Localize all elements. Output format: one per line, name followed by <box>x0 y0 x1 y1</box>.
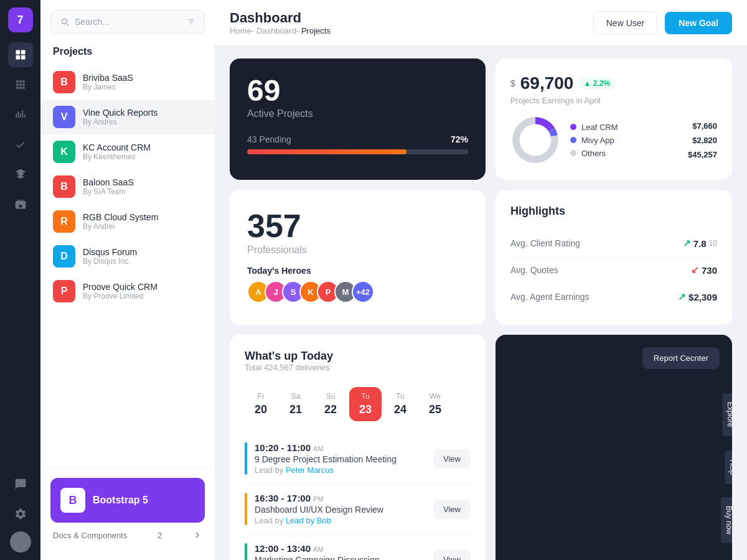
project-by-baloon: By SIA Team <box>83 187 202 196</box>
highlight-label: Avg. Client Rating <box>510 238 580 248</box>
nav-grid[interactable] <box>8 72 33 97</box>
project-item-disqus[interactable]: D Disqus Forum By Disqus Inc. <box>40 239 215 274</box>
icon-bar-bottom <box>8 472 33 553</box>
new-user-button[interactable]: New User <box>593 11 657 35</box>
earnings-card: $ 69,700 ▲ 2.2% Projects Earnings in Apr… <box>496 58 732 180</box>
event-time: 12:00 - 13:40 AM <box>255 543 426 554</box>
new-goal-button[interactable]: New Goal <box>665 12 732 34</box>
current-user-avatar[interactable] <box>10 531 31 553</box>
calendar-day[interactable]: Su22 <box>314 387 347 421</box>
event-lead-link[interactable]: Peter Marcus <box>286 465 334 475</box>
highlight-value: ↗ $2,309 <box>678 291 717 302</box>
nav-chart[interactable] <box>8 102 33 127</box>
highlights-title: Highlights <box>510 205 717 218</box>
project-name-baloon: Baloon SaaS <box>83 177 202 187</box>
project-by-briviba: By James <box>83 83 202 91</box>
earnings-chart-row: Leaf CRMMivy AppOthers $7,660$2,820$45,2… <box>510 115 717 165</box>
event-time: 10:20 - 11:00 AM <box>255 442 426 453</box>
sidebar-bottom: B Bootstrap 5 Docs & Components 2 <box>40 467 215 550</box>
legend-dot <box>570 124 576 130</box>
legend-label: Leaf CRM <box>581 123 618 132</box>
calendar-day[interactable]: We25 <box>419 387 451 421</box>
event-lead-link[interactable]: Lead by Bob <box>286 516 331 525</box>
day-number: 25 <box>429 403 441 416</box>
project-item-kc[interactable]: K KC Account CRM By Keenthemes <box>40 134 215 169</box>
event-time: 16:30 - 17:00 PM <box>255 493 426 503</box>
project-info-baloon: Baloon SaaS By SIA Team <box>83 177 202 196</box>
highlight-label: Avg. Agent Earnings <box>510 292 590 302</box>
project-item-baloon[interactable]: B Baloon SaaS By SIA Team <box>40 169 215 204</box>
event-title: Marketing Campaign Discussion <box>255 555 426 560</box>
report-center-button[interactable]: Report Cecnter <box>642 347 720 369</box>
calendar-day[interactable]: Sa21 <box>280 387 312 421</box>
trend-icon: ↙ <box>691 264 699 276</box>
event-view-button[interactable]: View <box>433 449 471 469</box>
right-panel: Report Cecnter Explore Help Buy now <box>496 335 732 560</box>
nav-message[interactable] <box>8 472 33 497</box>
page-title: Dashboard <box>230 10 331 26</box>
pending-row: 43 Pending 72% <box>247 134 468 144</box>
help-tab[interactable]: Help <box>725 450 732 483</box>
calendar-day[interactable]: Fr20 <box>245 387 277 421</box>
schedule-section: What's up Today Total 424,567 deliveries… <box>230 335 486 560</box>
nav-settings[interactable] <box>8 502 33 526</box>
event-ampm: PM <box>313 495 324 503</box>
breadcrumb-home[interactable]: Home- <box>230 26 254 35</box>
buy-now-tab[interactable]: Buy now <box>721 497 732 543</box>
trend-icon: ↗ <box>683 238 691 249</box>
legend-label: Mivy App <box>581 136 614 145</box>
explore-tab[interactable]: Explore <box>723 393 732 436</box>
bootstrap-card[interactable]: B Bootstrap 5 <box>50 478 205 523</box>
chevron-right-icon <box>192 530 202 540</box>
legend-value: $45,257 <box>688 150 717 159</box>
calendar-day[interactable]: Tu24 <box>384 387 416 421</box>
project-icon-baloon: B <box>53 175 75 198</box>
project-info-proove: Proove Quick CRM By Proove Limited <box>83 282 202 301</box>
day-number: 20 <box>255 403 267 416</box>
search-input[interactable] <box>75 17 182 27</box>
event-view-button[interactable]: View <box>433 500 471 519</box>
highlight-label: Avg. Quotes <box>510 265 558 275</box>
earnings-dollar: $ <box>510 78 515 88</box>
progress-bar-bg <box>247 149 468 154</box>
bootstrap-label: Bootstrap 5 <box>93 495 148 506</box>
breadcrumb-projects[interactable]: Projects <box>301 26 331 35</box>
search-bar[interactable] <box>50 10 205 34</box>
highlight-row: Avg. Quotes ↙ 730 <box>510 257 717 284</box>
event-view-button[interactable]: View <box>433 550 471 561</box>
icon-bar: 7 <box>0 0 40 560</box>
earnings-number: 69,700 <box>520 73 574 93</box>
day-name: Tu <box>396 392 405 401</box>
active-projects-card: 69 Active Projects 43 Pending 72% <box>230 58 486 180</box>
nav-layers[interactable] <box>8 162 33 187</box>
nav-dashboard[interactable] <box>8 42 33 67</box>
event-ampm: AM <box>313 445 324 452</box>
project-item-briviba[interactable]: B Briviba SaaS By James <box>40 65 215 100</box>
main-area: Dashboard Home- Dashboard- Projects New … <box>215 0 747 560</box>
avatar-stack: AJSKPM+42 <box>247 281 468 303</box>
user-avatar-badge[interactable]: 7 <box>8 7 33 32</box>
project-item-proove[interactable]: P Proove Quick CRM By Proove Limited <box>40 274 215 309</box>
project-item-vine[interactable]: V Vine Quick Reports By Andres <box>40 100 215 134</box>
project-info-rgb: RGB Cloud System By Andrei <box>83 212 202 231</box>
legend-item: Leaf CRM <box>570 123 678 132</box>
calendar-day[interactable]: Tu23 <box>349 387 382 421</box>
event-bar <box>245 493 247 525</box>
nav-briefcase[interactable] <box>8 192 33 217</box>
active-projects-label: Active Projects <box>247 108 468 119</box>
bootstrap-logo: B <box>60 488 85 513</box>
nav-check[interactable] <box>8 132 33 157</box>
pending-text: 43 Pending <box>247 134 291 144</box>
docs-row[interactable]: Docs & Components 2 <box>50 523 205 540</box>
legend-value: $2,820 <box>688 136 717 145</box>
topbar: Dashboard Home- Dashboard- Projects New … <box>215 0 747 46</box>
filter-icon[interactable] <box>187 17 195 27</box>
highlight-value: ↗ 7.8 10 <box>683 238 717 249</box>
event-title: Dashboard UI/UX Design Review <box>255 505 426 515</box>
project-info-kc: KC Account CRM By Keenthemes <box>83 142 202 161</box>
project-item-rgb[interactable]: R RGB Cloud System By Andrei <box>40 204 215 239</box>
day-number: 23 <box>359 403 372 416</box>
event-bar <box>245 543 247 560</box>
breadcrumb-dashboard[interactable]: Dashboard- <box>256 26 299 35</box>
day-number: 22 <box>324 403 337 416</box>
